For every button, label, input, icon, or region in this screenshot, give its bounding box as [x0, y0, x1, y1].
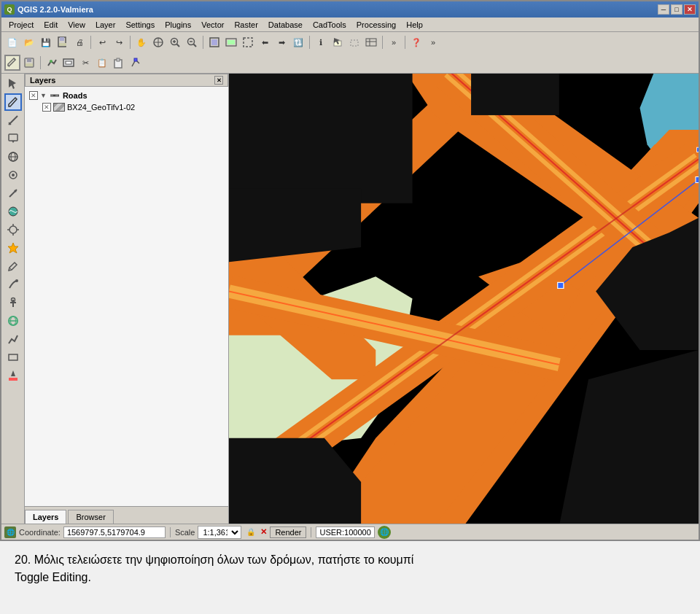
paste-features-button[interactable]	[111, 55, 127, 71]
bottom-text: 20. Μόλις τελειώσετε την ψηφιοποίηση όλω…	[0, 541, 700, 594]
tab-layers[interactable]: Layers	[25, 510, 66, 524]
zoom-layer-button[interactable]	[223, 34, 239, 50]
lock-scale-btn[interactable]: 🔒	[244, 526, 257, 539]
lt-node-btn[interactable]	[4, 166, 22, 184]
toolbar-sep1	[90, 36, 91, 49]
save-as-button[interactable]	[55, 34, 71, 50]
roads-group-checkbox[interactable]: ✕	[29, 91, 38, 100]
open-project-button[interactable]: 📂	[21, 34, 37, 50]
left-toolbar	[1, 74, 25, 524]
lt-route-btn[interactable]	[4, 330, 22, 348]
menu-vector[interactable]: Vector	[197, 19, 228, 31]
lt-pen-btn[interactable]	[4, 257, 22, 275]
lt-anchor-btn[interactable]	[4, 294, 22, 311]
bx24-checkbox[interactable]: ✕	[42, 103, 51, 112]
edit-sep1	[40, 56, 41, 69]
map-area[interactable]	[229, 74, 699, 524]
open-attr-table-button[interactable]	[363, 34, 379, 50]
select-button[interactable]	[330, 34, 346, 50]
pan-map-button[interactable]	[150, 34, 166, 50]
save-edits-button[interactable]	[21, 55, 37, 71]
scale-x-btn[interactable]: ✕	[260, 527, 267, 537]
epsg-button[interactable]: 🌐	[378, 526, 391, 539]
svg-rect-20	[351, 40, 358, 46]
lt-world-btn[interactable]	[4, 203, 22, 220]
tab-browser[interactable]: Browser	[68, 510, 113, 524]
menu-project[interactable]: Project	[4, 19, 38, 31]
menu-view[interactable]: View	[63, 19, 90, 31]
svg-rect-33	[117, 58, 120, 61]
close-button[interactable]: ✕	[684, 4, 696, 15]
svg-rect-28	[26, 63, 33, 66]
refresh-button[interactable]: 🔃	[290, 34, 306, 50]
svg-line-7	[177, 44, 180, 47]
svg-rect-90	[229, 74, 413, 203]
lt-pen2-btn[interactable]	[4, 276, 22, 293]
svg-marker-39	[12, 141, 15, 143]
pan-tool-button[interactable]: ✋	[133, 34, 149, 50]
zoom-in-button[interactable]	[167, 34, 183, 50]
deselect-button[interactable]	[346, 34, 362, 50]
toolbar-sep6	[405, 36, 405, 49]
zoom-full-button[interactable]	[206, 34, 222, 50]
add-feature-button[interactable]	[44, 55, 60, 71]
menu-help[interactable]: Help	[402, 19, 427, 31]
menu-settings[interactable]: Settings	[121, 19, 159, 31]
menu-raster[interactable]: Raster	[230, 19, 262, 31]
lt-globe-btn[interactable]	[4, 148, 22, 166]
coordinate-field: 1569797.5,5179704.9	[63, 526, 166, 538]
layer-group-roads-header[interactable]: ✕ ▼ Roads	[28, 90, 225, 101]
undo-button[interactable]: ↩	[94, 34, 110, 50]
lt-digitize-btn[interactable]	[4, 93, 22, 111]
toolbar-sep2	[130, 36, 131, 49]
menu-bar: Project Edit View Layer Settings Plugins…	[1, 18, 699, 32]
svg-point-29	[50, 60, 52, 63]
menu-processing[interactable]: Processing	[352, 19, 400, 31]
title-bar-left: Q QGIS 2.2.0-Valmiera	[4, 4, 93, 15]
svg-rect-63	[9, 378, 18, 381]
lt-arrow-btn[interactable]	[4, 184, 22, 202]
toolbar-row1: 📄 📂 💾 🖨 ↩ ↪ ✋	[1, 32, 699, 53]
new-project-button[interactable]: 📄	[4, 34, 20, 50]
map-svg	[229, 74, 699, 524]
cut-features-button[interactable]: ✂	[77, 55, 93, 71]
scale-select[interactable]: 1:1,361 1:5,000 1:10,000	[198, 526, 241, 539]
roads-expand-icon[interactable]: ▼	[40, 92, 47, 99]
lt-select-btn[interactable]	[4, 75, 22, 93]
menu-cadtools[interactable]: CadTools	[308, 19, 351, 31]
add-ring-button[interactable]	[61, 55, 77, 71]
layers-close-btn[interactable]: ✕	[214, 76, 223, 85]
lt-annotation-btn[interactable]	[4, 130, 22, 147]
lt-net-btn[interactable]	[4, 312, 22, 330]
status-globe-icon: 🌐	[4, 526, 16, 538]
menu-edit[interactable]: Edit	[39, 19, 62, 31]
menu-plugins[interactable]: Plugins	[160, 19, 195, 31]
render-button[interactable]: Render	[270, 526, 306, 538]
copy-features-button[interactable]: 📋	[94, 55, 110, 71]
lt-color-btn[interactable]	[4, 367, 22, 384]
lt-highlight-btn[interactable]	[4, 239, 22, 257]
lt-rect-btn[interactable]	[4, 349, 22, 366]
restore-button[interactable]: □	[671, 4, 682, 15]
menu-database[interactable]: Database	[264, 19, 307, 31]
more-button[interactable]: »	[386, 34, 402, 50]
node-tool-button[interactable]	[128, 55, 144, 71]
svg-rect-91	[471, 74, 559, 115]
identify-button[interactable]: ℹ	[313, 34, 329, 50]
lt-measure-btn[interactable]	[4, 112, 22, 129]
layers-header-controls: ✕	[214, 76, 223, 85]
toggle-editing-button[interactable]	[4, 55, 20, 71]
print-button[interactable]: 🖨	[71, 34, 88, 50]
minimize-button[interactable]: ─	[658, 4, 669, 15]
redo-button[interactable]: ↪	[111, 34, 127, 50]
svg-marker-53	[8, 243, 18, 253]
help-button[interactable]: ❓	[408, 34, 424, 50]
menu-layer[interactable]: Layer	[91, 19, 120, 31]
zoom-prev-button[interactable]: ⬅	[257, 34, 273, 50]
zoom-out-button[interactable]	[184, 34, 200, 50]
more2-button[interactable]: »	[425, 34, 441, 50]
zoom-next-button[interactable]: ➡	[273, 34, 289, 50]
save-project-button[interactable]: 💾	[38, 34, 54, 50]
zoom-selection-button[interactable]	[240, 34, 256, 50]
lt-satellite-btn[interactable]	[4, 221, 22, 238]
